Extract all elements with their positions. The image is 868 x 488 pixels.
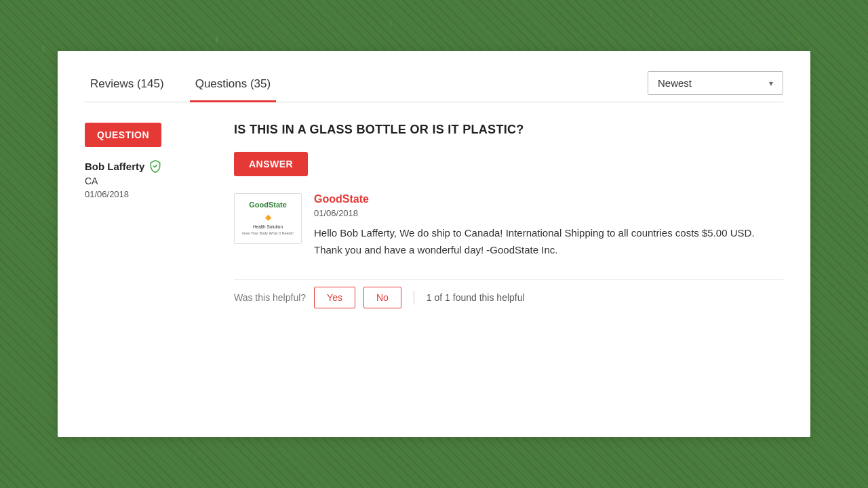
sort-container: Newest ▾ bbox=[648, 71, 783, 95]
content-area: QUESTION Bob Lafferty CA 01/06/2018 IS T… bbox=[85, 102, 783, 308]
logo-icon: ⬥ bbox=[264, 209, 273, 224]
question-text: IS THIS IN A GLASS BOTTLE OR IS IT PLAST… bbox=[234, 123, 783, 137]
left-sidebar: QUESTION Bob Lafferty CA 01/06/2018 bbox=[85, 123, 220, 308]
verified-icon bbox=[149, 159, 162, 173]
helpful-label: Was this helpful? bbox=[234, 292, 306, 303]
chevron-down-icon: ▾ bbox=[769, 79, 773, 88]
sort-label: Newest bbox=[658, 77, 692, 89]
sort-dropdown[interactable]: Newest ▾ bbox=[648, 71, 783, 95]
logo-sub: Health Solution Give Your Body What It N… bbox=[242, 224, 294, 237]
helpful-row: Was this helpful? Yes No 1 of 1 found th… bbox=[234, 279, 783, 308]
question-badge: QUESTION bbox=[85, 123, 161, 147]
helpful-yes-button[interactable]: Yes bbox=[314, 287, 355, 308]
brand-logo: GoodState ⬥ Health Solution Give Your Bo… bbox=[234, 193, 302, 244]
tab-reviews[interactable]: Reviews (145) bbox=[85, 77, 170, 102]
answer-block: GoodState ⬥ Health Solution Give Your Bo… bbox=[234, 193, 783, 259]
helpful-count: 1 of 1 found this helpful bbox=[427, 292, 525, 303]
answerer-date: 01/06/2018 bbox=[314, 208, 783, 218]
answer-text: Hello Bob Lafferty, We do ship to Canada… bbox=[314, 225, 783, 259]
answer-badge[interactable]: ANSWER bbox=[234, 152, 308, 176]
reviewer-name: Bob Lafferty bbox=[85, 159, 207, 173]
tab-questions[interactable]: Questions (35) bbox=[190, 77, 277, 102]
reviewer-date: 01/06/2018 bbox=[85, 189, 207, 199]
helpful-no-button[interactable]: No bbox=[363, 287, 401, 308]
helpful-divider bbox=[414, 291, 414, 304]
main-card: Reviews (145) Questions (35) Newest ▾ QU… bbox=[58, 51, 810, 437]
tabs-row: Reviews (145) Questions (35) Newest ▾ bbox=[85, 51, 783, 102]
right-content: IS THIS IN A GLASS BOTTLE OR IS IT PLAST… bbox=[220, 123, 783, 308]
reviewer-location: CA bbox=[85, 176, 207, 186]
answerer-name: GoodState bbox=[314, 193, 783, 205]
answerer-meta: GoodState 01/06/2018 Hello Bob Lafferty,… bbox=[314, 193, 783, 259]
